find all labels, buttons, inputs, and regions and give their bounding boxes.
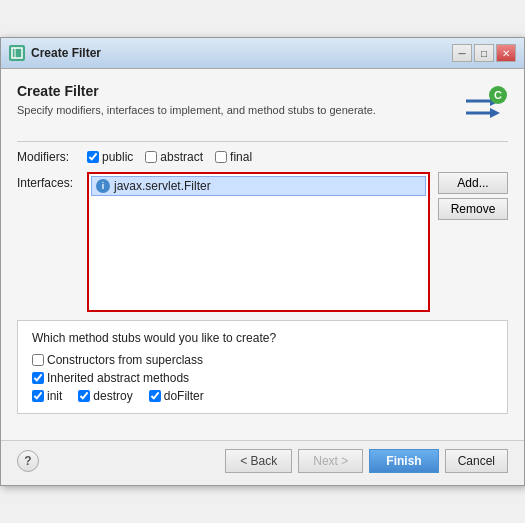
- method-stubs-title: Which method stubs would you like to cre…: [32, 331, 493, 345]
- section-title-block: Create Filter Specify modifiers, interfa…: [17, 83, 460, 118]
- dialog-footer: ? < Back Next > Finish Cancel: [1, 440, 524, 485]
- stub-dofilter[interactable]: doFilter: [149, 389, 204, 403]
- interface-item[interactable]: i javax.servlet.Filter: [91, 176, 426, 196]
- interface-icon: i: [96, 179, 110, 193]
- cancel-button[interactable]: Cancel: [445, 449, 508, 473]
- dialog-content: Create Filter Specify modifiers, interfa…: [1, 69, 524, 440]
- modifiers-checkboxes: public abstract final: [87, 150, 252, 164]
- stub-inherited-checkbox[interactable]: [32, 372, 44, 384]
- section-title: Create Filter: [17, 83, 460, 99]
- interfaces-label: Interfaces:: [17, 172, 87, 190]
- stub-constructors-checkbox[interactable]: [32, 354, 44, 366]
- stub-inherited[interactable]: Inherited abstract methods: [32, 371, 493, 385]
- stub-destroy[interactable]: destroy: [78, 389, 132, 403]
- next-button[interactable]: Next >: [298, 449, 363, 473]
- stub-dofilter-checkbox[interactable]: [149, 390, 161, 402]
- modifier-public-checkbox[interactable]: [87, 151, 99, 163]
- close-button[interactable]: ✕: [496, 44, 516, 62]
- remove-interface-button[interactable]: Remove: [438, 198, 508, 220]
- stub-constructors[interactable]: Constructors from superclass: [32, 353, 493, 367]
- window-title: Create Filter: [31, 46, 446, 60]
- section-description: Specify modifiers, interfaces to impleme…: [17, 103, 460, 118]
- add-interface-button[interactable]: Add...: [438, 172, 508, 194]
- modifier-final[interactable]: final: [215, 150, 252, 164]
- interfaces-container: Interfaces: i javax.servlet.Filter Add..…: [17, 172, 508, 312]
- modifier-public[interactable]: public: [87, 150, 133, 164]
- modifier-abstract[interactable]: abstract: [145, 150, 203, 164]
- section-header: Create Filter Specify modifiers, interfa…: [17, 83, 508, 131]
- modifiers-label: Modifiers:: [17, 150, 87, 164]
- modifier-abstract-checkbox[interactable]: [145, 151, 157, 163]
- footer-buttons: < Back Next > Finish Cancel: [225, 449, 508, 473]
- interfaces-list[interactable]: i javax.servlet.Filter: [87, 172, 430, 312]
- minimize-button[interactable]: ─: [452, 44, 472, 62]
- stub-destroy-checkbox[interactable]: [78, 390, 90, 402]
- footer-left: ?: [17, 450, 39, 472]
- stubs-checkboxes: Constructors from superclass Inherited a…: [32, 353, 493, 403]
- maximize-button[interactable]: □: [474, 44, 494, 62]
- divider: [17, 141, 508, 142]
- method-stubs-section: Which method stubs would you like to cre…: [17, 320, 508, 414]
- svg-text:C: C: [494, 89, 502, 101]
- stub-init-checkbox[interactable]: [32, 390, 44, 402]
- stubs-row: init destroy doFilter: [32, 389, 493, 403]
- dialog-window: Create Filter ─ □ ✕ Create Filter Specif…: [0, 37, 525, 486]
- svg-rect-0: [12, 48, 22, 58]
- modifiers-row: Modifiers: public abstract final: [17, 150, 508, 164]
- header-icon: C: [460, 83, 508, 131]
- stub-init[interactable]: init: [32, 389, 62, 403]
- title-bar: Create Filter ─ □ ✕: [1, 38, 524, 69]
- window-icon: [9, 45, 25, 61]
- interfaces-buttons: Add... Remove: [438, 172, 508, 220]
- modifier-final-checkbox[interactable]: [215, 151, 227, 163]
- svg-marker-5: [490, 108, 500, 118]
- window-controls: ─ □ ✕: [452, 44, 516, 62]
- interface-name: javax.servlet.Filter: [114, 179, 211, 193]
- finish-button[interactable]: Finish: [369, 449, 438, 473]
- help-button[interactable]: ?: [17, 450, 39, 472]
- back-button[interactable]: < Back: [225, 449, 292, 473]
